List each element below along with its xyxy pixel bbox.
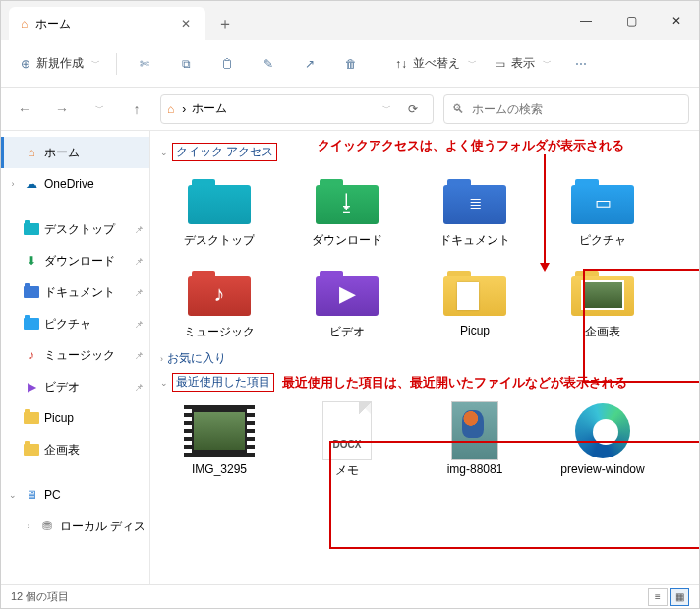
folder-icon (23, 441, 40, 458)
folder-videos[interactable]: ▶ ビデオ (288, 259, 406, 346)
file-img-3295[interactable]: IMG_3295 (160, 397, 278, 485)
share-button[interactable]: ↗ (292, 48, 327, 80)
chevron-down-icon: ⌄ (160, 378, 168, 388)
sort-button[interactable]: ↑↓ 並べ替え ﹀ (389, 48, 483, 80)
sidebar-item-pictures[interactable]: ピクチャ 📌︎ (1, 308, 149, 339)
rename-button[interactable]: ✎ (251, 48, 286, 80)
item-label: ダウンロード (312, 232, 382, 249)
folder-documents[interactable]: ≣ ドキュメント (416, 167, 534, 255)
video-thumb-icon (184, 405, 255, 457)
sidebar-item-downloads[interactable]: ⬇ ダウンロード 📌︎ (1, 245, 149, 276)
up-button[interactable]: ↑ (123, 95, 150, 123)
section-favorites[interactable]: › お気に入り (160, 350, 689, 367)
new-label: 新規作成 (36, 55, 84, 72)
file-img-88081[interactable]: img-88081 (416, 397, 534, 485)
pin-icon: 📌︎ (134, 382, 144, 393)
status-item-count: 12 個の項目 (11, 589, 69, 604)
section-title: クイック アクセス (172, 143, 277, 161)
chevron-down-icon: ⌄ (7, 490, 19, 500)
search-input[interactable] (472, 102, 680, 116)
ellipsis-icon: ⋯ (575, 57, 587, 71)
share-icon: ↗ (305, 57, 315, 71)
forward-button[interactable]: → (48, 95, 76, 123)
item-label: img-88081 (447, 462, 503, 476)
pin-icon: 📌︎ (134, 256, 144, 267)
pin-icon: 📌︎ (134, 350, 144, 361)
folder-pictures[interactable]: ▭ ピクチャ (544, 167, 662, 255)
back-button[interactable]: ← (11, 95, 38, 123)
new-button[interactable]: ⊕ 新規作成 ﹀ (15, 48, 106, 80)
file-preview-window[interactable]: preview-window (544, 397, 662, 485)
sidebar-item-localdisk[interactable]: › ⛃ ローカル ディスク (1, 511, 149, 542)
download-icon: ⬇ (23, 252, 40, 270)
more-button[interactable]: ⋯ (563, 48, 599, 80)
download-icon: ⭳ (336, 190, 358, 215)
clipboard-icon: 📋︎ (221, 57, 233, 71)
body: ⌂ ホーム › ☁ OneDrive デスクトップ 📌︎ ⬇ ダウンロード 📌︎ (1, 131, 699, 584)
folder-icon (23, 315, 40, 333)
view-button[interactable]: ▭ 表示 ﹀ (489, 48, 557, 80)
music-icon: ♪ (23, 346, 40, 364)
pc-icon: 🖥︎ (23, 486, 40, 504)
search-box[interactable]: 🔍︎ (443, 94, 689, 124)
sidebar-item-label: ダウンロード (44, 253, 130, 270)
sidebar-item-videos[interactable]: ▶ ビデオ 📌︎ (1, 371, 149, 402)
search-icon: 🔍︎ (452, 102, 464, 116)
window-controls: — ▢ ✕ (563, 1, 699, 40)
new-tab-button[interactable]: ＋ (205, 7, 245, 40)
folder-picup[interactable]: Picup (416, 259, 534, 346)
folder-icon (23, 409, 40, 427)
view-toggle: ≡ ▦ (648, 588, 689, 606)
sort-icon: ↑↓ (395, 57, 407, 71)
folder-kikaku[interactable]: 企画表 (544, 259, 662, 346)
chevron-right-icon: › (160, 354, 163, 364)
chevron-down-icon[interactable]: ﹀ (382, 102, 391, 115)
annotation-arrow-head (540, 263, 550, 272)
file-memo[interactable]: DOCX メモ (288, 397, 406, 485)
sidebar-item-desktop[interactable]: デスクトップ 📌︎ (1, 213, 149, 245)
close-tab-icon[interactable]: ✕ (178, 16, 194, 31)
copy-icon: ⧉ (182, 57, 191, 71)
address-bar[interactable]: ⌂ › ホーム ﹀ ⟳ (160, 94, 434, 124)
icons-view-button[interactable]: ▦ (670, 588, 689, 606)
paste-button[interactable]: 📋︎ (209, 48, 245, 80)
item-label: ドキュメント (439, 232, 510, 249)
document-icon: ≣ (469, 194, 482, 213)
close-button[interactable]: ✕ (654, 1, 699, 40)
chevron-down-icon[interactable]: ﹀ (86, 95, 113, 123)
sidebar-item-documents[interactable]: ドキュメント 📌︎ (1, 276, 149, 308)
folder-icon (23, 220, 40, 238)
music-icon: ♪ (214, 281, 225, 307)
recent-grid: IMG_3295 DOCX メモ img-88081 preview-windo… (160, 397, 689, 485)
minimize-button[interactable]: — (563, 1, 609, 40)
section-recent[interactable]: ⌄ 最近使用した項目 最近使用した項目は、最近開いたファイルなどが表示される (160, 373, 689, 392)
tab-home[interactable]: ⌂ ホーム ✕ (9, 7, 205, 40)
maximize-button[interactable]: ▢ (609, 1, 654, 40)
item-label: IMG_3295 (192, 462, 247, 476)
item-label: ピクチャ (579, 232, 626, 249)
sidebar-item-pc[interactable]: ⌄ 🖥︎ PC (1, 479, 149, 511)
home-icon: ⌂ (167, 102, 174, 116)
sidebar-item-home[interactable]: ⌂ ホーム (1, 137, 149, 168)
section-title: お気に入り (167, 350, 226, 367)
refresh-button[interactable]: ⟳ (399, 102, 427, 116)
details-view-button[interactable]: ≡ (648, 588, 668, 606)
folder-downloads[interactable]: ⭳ ダウンロード (288, 167, 406, 255)
sidebar-item-label: 企画表 (44, 442, 144, 458)
sidebar-item-onedrive[interactable]: › ☁ OneDrive (1, 168, 149, 200)
disk-icon: ⛃ (38, 518, 56, 535)
folder-desktop[interactable]: デスクトップ (160, 167, 278, 255)
sidebar-item-music[interactable]: ♪ ミュージック 📌︎ (1, 339, 149, 371)
cut-button[interactable]: ✄ (127, 48, 162, 80)
toolbar: ⊕ 新規作成 ﹀ ✄ ⧉ 📋︎ ✎ ↗ 🗑︎ ↑↓ 並べ替え ﹀ ▭ 表示 ﹀ … (1, 40, 699, 88)
copy-button[interactable]: ⧉ (168, 48, 204, 80)
folder-music[interactable]: ♪ ミュージック (160, 259, 278, 346)
sidebar-item-kikaku[interactable]: 企画表 (1, 434, 149, 465)
breadcrumb-sep: › (182, 102, 186, 116)
home-icon: ⌂ (23, 144, 40, 161)
delete-button[interactable]: 🗑︎ (333, 48, 369, 80)
pin-icon: 📌︎ (134, 287, 144, 298)
main-content: クイックアクセスは、よく使うフォルダが表示される ⌄ クイック アクセス デスク… (150, 131, 699, 584)
breadcrumb-home[interactable]: ホーム (192, 100, 227, 117)
sidebar-item-picup[interactable]: Picup (1, 402, 149, 434)
